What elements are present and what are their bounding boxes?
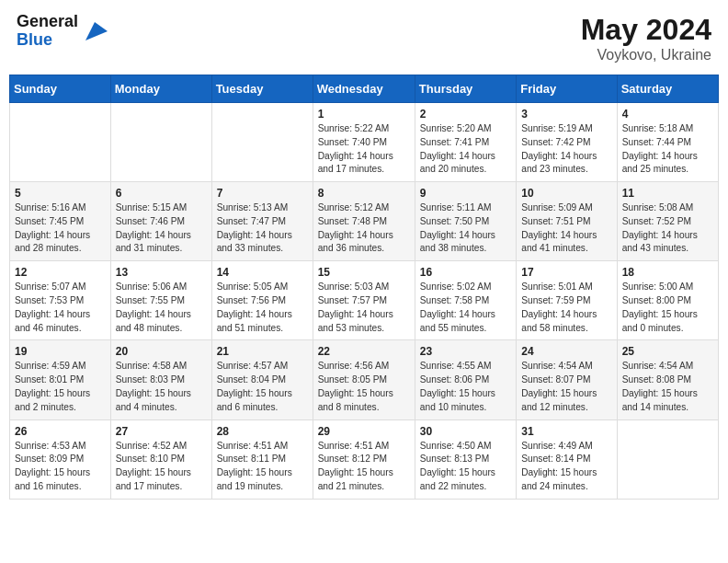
svg-marker-0 xyxy=(85,22,108,40)
week-row-4: 19Sunrise: 4:59 AM Sunset: 8:01 PM Dayli… xyxy=(10,340,719,419)
day-number: 7 xyxy=(217,187,308,200)
day-info: Sunrise: 4:49 AM Sunset: 8:14 PM Dayligh… xyxy=(521,440,611,494)
day-info: Sunrise: 4:57 AM Sunset: 8:04 PM Dayligh… xyxy=(217,360,308,414)
day-info: Sunrise: 5:00 AM Sunset: 8:00 PM Dayligh… xyxy=(622,281,713,335)
week-row-3: 12Sunrise: 5:07 AM Sunset: 7:53 PM Dayli… xyxy=(10,261,719,340)
weekday-header-friday: Friday xyxy=(517,75,617,103)
day-number: 10 xyxy=(521,187,611,200)
day-cell: 17Sunrise: 5:01 AM Sunset: 7:59 PM Dayli… xyxy=(517,261,617,340)
page-header: General Blue May 2024 Voykovo, Ukraine xyxy=(9,9,719,67)
day-cell xyxy=(110,103,211,182)
day-cell: 31Sunrise: 4:49 AM Sunset: 8:14 PM Dayli… xyxy=(517,419,617,499)
day-cell: 16Sunrise: 5:02 AM Sunset: 7:58 PM Dayli… xyxy=(415,261,516,340)
day-number: 16 xyxy=(420,266,511,279)
day-cell: 30Sunrise: 4:50 AM Sunset: 8:13 PM Dayli… xyxy=(415,419,516,499)
day-number: 4 xyxy=(622,108,713,121)
day-info: Sunrise: 5:19 AM Sunset: 7:42 PM Dayligh… xyxy=(521,122,611,177)
day-number: 12 xyxy=(15,266,106,279)
day-info: Sunrise: 4:59 AM Sunset: 8:01 PM Dayligh… xyxy=(15,360,106,414)
day-info: Sunrise: 5:08 AM Sunset: 7:52 PM Dayligh… xyxy=(622,201,713,256)
day-info: Sunrise: 5:20 AM Sunset: 7:41 PM Dayligh… xyxy=(420,122,511,177)
day-cell: 5Sunrise: 5:16 AM Sunset: 7:45 PM Daylig… xyxy=(10,182,111,261)
day-cell: 7Sunrise: 5:13 AM Sunset: 7:47 PM Daylig… xyxy=(211,182,313,261)
logo: General Blue xyxy=(17,13,108,50)
day-cell: 4Sunrise: 5:18 AM Sunset: 7:44 PM Daylig… xyxy=(617,103,718,182)
day-info: Sunrise: 4:51 AM Sunset: 8:12 PM Dayligh… xyxy=(318,440,410,494)
day-number: 28 xyxy=(217,425,308,438)
day-cell: 6Sunrise: 5:15 AM Sunset: 7:46 PM Daylig… xyxy=(110,182,211,261)
day-cell: 14Sunrise: 5:05 AM Sunset: 7:56 PM Dayli… xyxy=(211,261,313,340)
day-info: Sunrise: 5:03 AM Sunset: 7:57 PM Dayligh… xyxy=(318,281,410,335)
weekday-header-tuesday: Tuesday xyxy=(211,75,313,103)
day-number: 29 xyxy=(318,425,410,438)
day-number: 13 xyxy=(116,266,207,279)
day-info: Sunrise: 5:02 AM Sunset: 7:58 PM Dayligh… xyxy=(420,281,511,335)
day-cell xyxy=(10,103,111,182)
day-cell: 24Sunrise: 4:54 AM Sunset: 8:07 PM Dayli… xyxy=(517,340,617,419)
day-cell: 15Sunrise: 5:03 AM Sunset: 7:57 PM Dayli… xyxy=(313,261,415,340)
main-title: May 2024 xyxy=(581,13,711,47)
logo-text: General Blue xyxy=(17,13,78,50)
day-number: 3 xyxy=(521,108,611,121)
day-cell: 22Sunrise: 4:56 AM Sunset: 8:05 PM Dayli… xyxy=(313,340,415,419)
day-number: 25 xyxy=(622,345,713,358)
day-info: Sunrise: 5:18 AM Sunset: 7:44 PM Dayligh… xyxy=(622,122,713,177)
day-cell: 28Sunrise: 4:51 AM Sunset: 8:11 PM Dayli… xyxy=(211,419,313,499)
day-info: Sunrise: 4:55 AM Sunset: 8:06 PM Dayligh… xyxy=(420,360,511,414)
weekday-header-sunday: Sunday xyxy=(10,75,111,103)
week-row-2: 5Sunrise: 5:16 AM Sunset: 7:45 PM Daylig… xyxy=(10,182,719,261)
day-cell: 1Sunrise: 5:22 AM Sunset: 7:40 PM Daylig… xyxy=(313,103,415,182)
day-info: Sunrise: 4:58 AM Sunset: 8:03 PM Dayligh… xyxy=(116,360,207,414)
day-number: 22 xyxy=(318,345,410,358)
sub-title: Voykovo, Ukraine xyxy=(581,47,711,63)
day-cell: 2Sunrise: 5:20 AM Sunset: 7:41 PM Daylig… xyxy=(415,103,516,182)
day-number: 27 xyxy=(116,425,207,438)
day-number: 26 xyxy=(15,425,106,438)
calendar-table: SundayMondayTuesdayWednesdayThursdayFrid… xyxy=(9,75,719,500)
day-cell: 11Sunrise: 5:08 AM Sunset: 7:52 PM Dayli… xyxy=(617,182,718,261)
day-number: 8 xyxy=(318,187,410,200)
day-info: Sunrise: 5:06 AM Sunset: 7:55 PM Dayligh… xyxy=(116,281,207,335)
day-cell: 8Sunrise: 5:12 AM Sunset: 7:48 PM Daylig… xyxy=(313,182,415,261)
title-block: May 2024 Voykovo, Ukraine xyxy=(581,13,711,63)
weekday-header-wednesday: Wednesday xyxy=(313,75,415,103)
weekday-header-thursday: Thursday xyxy=(415,75,516,103)
day-number: 17 xyxy=(521,266,611,279)
day-number: 1 xyxy=(318,108,410,121)
day-cell: 13Sunrise: 5:06 AM Sunset: 7:55 PM Dayli… xyxy=(110,261,211,340)
day-cell: 21Sunrise: 4:57 AM Sunset: 8:04 PM Dayli… xyxy=(211,340,313,419)
day-info: Sunrise: 5:12 AM Sunset: 7:48 PM Dayligh… xyxy=(318,201,410,256)
day-number: 31 xyxy=(521,425,611,438)
day-cell: 29Sunrise: 4:51 AM Sunset: 8:12 PM Dayli… xyxy=(313,419,415,499)
day-cell: 18Sunrise: 5:00 AM Sunset: 8:00 PM Dayli… xyxy=(617,261,718,340)
day-cell xyxy=(211,103,313,182)
day-number: 19 xyxy=(15,345,106,358)
day-number: 18 xyxy=(622,266,713,279)
day-cell: 23Sunrise: 4:55 AM Sunset: 8:06 PM Dayli… xyxy=(415,340,516,419)
weekday-header-monday: Monday xyxy=(110,75,211,103)
weekday-header-row: SundayMondayTuesdayWednesdayThursdayFrid… xyxy=(10,75,719,103)
day-info: Sunrise: 4:54 AM Sunset: 8:08 PM Dayligh… xyxy=(622,360,713,414)
day-number: 23 xyxy=(420,345,511,358)
day-number: 5 xyxy=(15,187,106,200)
day-cell: 25Sunrise: 4:54 AM Sunset: 8:08 PM Dayli… xyxy=(617,340,718,419)
day-info: Sunrise: 5:07 AM Sunset: 7:53 PM Dayligh… xyxy=(15,281,106,335)
day-number: 2 xyxy=(420,108,511,121)
day-number: 9 xyxy=(420,187,511,200)
day-cell xyxy=(617,419,718,499)
day-info: Sunrise: 4:53 AM Sunset: 8:09 PM Dayligh… xyxy=(15,440,106,494)
day-info: Sunrise: 4:50 AM Sunset: 8:13 PM Dayligh… xyxy=(420,440,511,494)
day-number: 6 xyxy=(116,187,207,200)
weekday-header-saturday: Saturday xyxy=(617,75,718,103)
day-info: Sunrise: 5:22 AM Sunset: 7:40 PM Dayligh… xyxy=(318,122,410,177)
day-number: 11 xyxy=(622,187,713,200)
day-cell: 20Sunrise: 4:58 AM Sunset: 8:03 PM Dayli… xyxy=(110,340,211,419)
week-row-1: 1Sunrise: 5:22 AM Sunset: 7:40 PM Daylig… xyxy=(10,103,719,182)
day-info: Sunrise: 5:05 AM Sunset: 7:56 PM Dayligh… xyxy=(217,281,308,335)
day-info: Sunrise: 4:52 AM Sunset: 8:10 PM Dayligh… xyxy=(116,440,207,494)
day-number: 24 xyxy=(521,345,611,358)
day-number: 14 xyxy=(217,266,308,279)
day-info: Sunrise: 4:56 AM Sunset: 8:05 PM Dayligh… xyxy=(318,360,410,414)
day-info: Sunrise: 5:15 AM Sunset: 7:46 PM Dayligh… xyxy=(116,201,207,256)
day-number: 20 xyxy=(116,345,207,358)
